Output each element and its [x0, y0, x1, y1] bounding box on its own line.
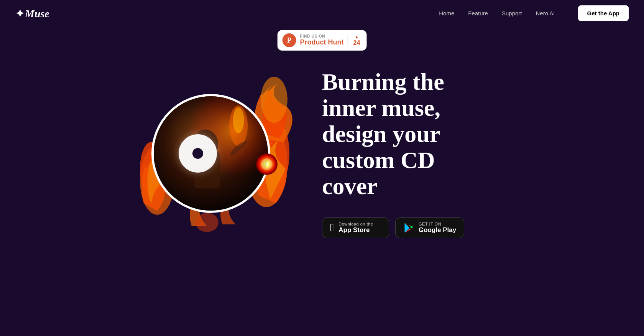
svg-point-5	[196, 213, 219, 232]
nav-feature[interactable]: Feature	[468, 10, 488, 16]
main-content: Burning the inner muse, design your cust…	[0, 61, 644, 245]
logo[interactable]: ✦Muse	[15, 7, 439, 20]
app-store-button[interactable]:  Download on the App Store	[322, 217, 389, 238]
svg-point-9	[233, 107, 244, 133]
svg-point-13	[261, 158, 273, 170]
app-store-text: Download on the App Store	[338, 222, 373, 234]
apple-icon: 	[330, 222, 334, 234]
nav-home[interactable]: Home	[439, 10, 454, 16]
nav-nero-ai[interactable]: Nero AI	[536, 10, 555, 16]
text-content: Burning the inner muse, design your cust…	[322, 69, 514, 239]
cd-hole	[192, 148, 203, 159]
google-play-button[interactable]: GET IT ON Google Play	[395, 217, 464, 238]
cd-fireball	[255, 153, 278, 176]
google-play-text: GET IT ON Google Play	[419, 222, 456, 234]
logo-star: ✦	[15, 7, 24, 20]
product-hunt-text: FIND US ON Product Hunt	[300, 34, 344, 46]
product-hunt-badge[interactable]: P FIND US ON Product Hunt ▲ 24	[278, 30, 367, 51]
navbar: ✦Muse Home Feature Support Nero AI Get t…	[0, 0, 644, 27]
nav-links: Home Feature Support Nero AI Get the App	[439, 10, 629, 17]
nav-support[interactable]: Support	[502, 10, 522, 16]
cd-center	[179, 134, 217, 173]
google-play-icon	[403, 222, 414, 233]
product-hunt-icon: P	[283, 33, 296, 47]
get-app-button[interactable]: Get the App	[578, 5, 629, 21]
cd-container	[130, 61, 291, 245]
cd-white-ring	[179, 134, 217, 173]
hero-headline: Burning the inner muse, design your cust…	[322, 69, 514, 199]
app-buttons:  Download on the App Store GET IT ON Go…	[322, 217, 514, 238]
product-hunt-votes: ▲ 24	[348, 34, 360, 46]
